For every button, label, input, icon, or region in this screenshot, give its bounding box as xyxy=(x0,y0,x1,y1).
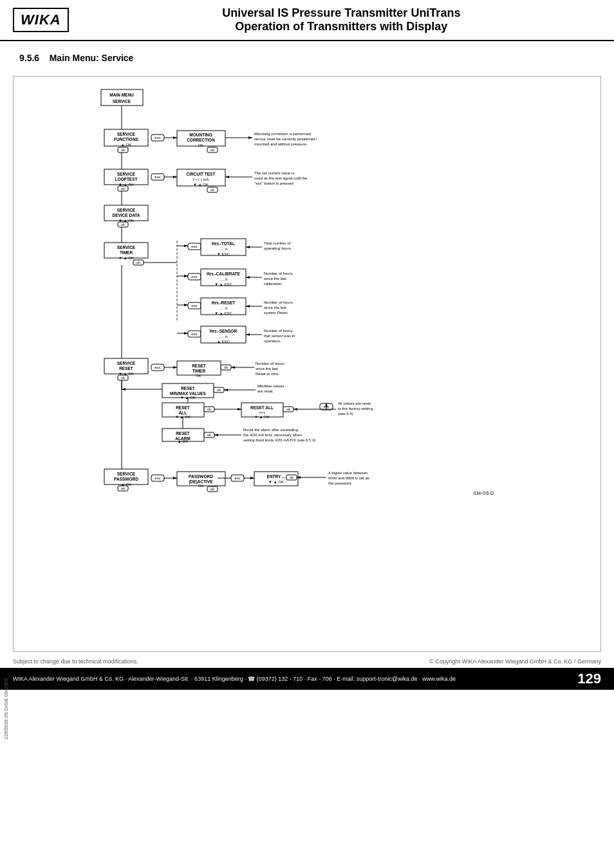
svg-text:ALL: ALL xyxy=(179,411,187,415)
wika-logo: WIKA xyxy=(13,8,69,32)
section-title: 9.5.6 Main Menu: Service xyxy=(0,41,614,69)
svg-text:Hrs.-TOTAL: Hrs.-TOTAL xyxy=(212,241,235,246)
footer-bottom-text: WIKA Alexander Wiegand GmbH & Co. KG · A… xyxy=(13,676,456,682)
svg-text:sensor must be correctly posit: sensor must be correctly positioned / xyxy=(254,137,317,141)
svg-text:▲  ESC: ▲ ESC xyxy=(217,340,230,344)
svg-text:▲  OK: ▲ OK xyxy=(121,143,131,147)
svg-text:since the last: since the last xyxy=(264,277,286,281)
svg-text:LOOPTEST: LOOPTEST xyxy=(115,177,137,181)
svg-text:Total number of: Total number of xyxy=(264,241,291,245)
page-header: WIKA Universal IS Pressure Transmitter U… xyxy=(0,0,614,41)
svg-text:SERVICE: SERVICE xyxy=(117,472,136,476)
svg-text:operation.: operation. xyxy=(264,339,281,343)
svg-text:RESET: RESET xyxy=(181,386,195,391)
svg-text:PASSWORD: PASSWORD xyxy=(189,474,213,479)
svg-text:0K: 0K xyxy=(196,374,201,378)
svg-text:The set current value is: The set current value is xyxy=(254,171,294,175)
svg-text:ok: ok xyxy=(121,223,125,226)
svg-text:......h: ......h xyxy=(219,277,227,281)
svg-text:MIN/MAX VALUES: MIN/MAX VALUES xyxy=(170,391,207,396)
svg-text:▲  OK: ▲ OK xyxy=(178,439,188,443)
svg-text:RESET: RESET xyxy=(119,366,133,371)
svg-text:Hrs.-RESET: Hrs.-RESET xyxy=(212,300,236,305)
svg-text:calibration.: calibration. xyxy=(264,282,283,286)
svg-text:SERVICE: SERVICE xyxy=(117,208,136,212)
svg-text:A digital value between: A digital value between xyxy=(328,471,367,475)
svg-text:CORRECTION: CORRECTION xyxy=(187,138,215,142)
svg-text:SERVICE: SERVICE xyxy=(117,172,136,176)
svg-text:▼ ▲  ESC: ▼ ▲ ESC xyxy=(214,311,232,315)
svg-text:mounted and without pressure.: mounted and without pressure. xyxy=(254,142,308,146)
side-text: 2265939.05 D/GB 09/2005 xyxy=(3,678,9,739)
svg-text:SERVICE: SERVICE xyxy=(113,99,131,104)
svg-text:▼ ▲  OK: ▼ ▲ OK xyxy=(268,480,284,484)
svg-text:0000 and 9999 is set as: 0000 and 9999 is set as xyxy=(328,476,369,480)
svg-text:▼ ▲  OK: ▼ ▲ OK xyxy=(193,183,209,187)
svg-text:Hrs.-SENSOR: Hrs.-SENSOR xyxy=(210,329,237,333)
svg-text:Number of hours: Number of hours xyxy=(264,272,293,275)
page-number: 129 xyxy=(577,670,601,687)
svg-text:RESET ALL: RESET ALL xyxy=(250,405,274,410)
svg-text:MAIN MENU: MAIN MENU xyxy=(109,93,134,97)
svg-text:esc: esc xyxy=(154,175,160,179)
svg-text:esc: esc xyxy=(191,332,197,336)
svg-text:ok: ok xyxy=(207,407,211,411)
svg-text:SERVICE: SERVICE xyxy=(117,132,136,136)
svg-text:ok: ok xyxy=(286,407,290,411)
svg-text:I = (    )  mA: I = ( ) mA xyxy=(193,178,209,181)
svg-text:ok: ok xyxy=(210,487,214,491)
svg-text:PASSWORD: PASSWORD xyxy=(114,477,138,481)
svg-text:ok: ok xyxy=(210,188,214,192)
svg-text:▼  ESC: ▼ ESC xyxy=(217,252,230,256)
svg-text:All values are reset: All values are reset xyxy=(338,402,371,405)
svg-text:setting fixed limits 4/20 mA F: setting fixed limits 4/20 mA FIX (see 6.… xyxy=(243,438,315,442)
svg-text:SERVICE: SERVICE xyxy=(117,361,136,365)
svg-text:MOUNTING: MOUNTING xyxy=(189,133,212,137)
svg-text:FUNCTIONS: FUNCTIONS xyxy=(114,137,139,142)
svg-text:ok: ok xyxy=(210,148,214,152)
svg-text:......h: ......h xyxy=(219,306,227,310)
svg-text:OK: OK xyxy=(198,143,204,147)
svg-text:that sensor was in: that sensor was in xyxy=(264,334,295,338)
svg-text:since the last: since the last xyxy=(256,367,278,371)
svg-text:RESET: RESET xyxy=(176,431,190,436)
svg-text:SERVICE: SERVICE xyxy=(117,245,136,250)
diagram-svg: MAIN MENU SERVICE SERVICE FUNCTIONS ▲ OK… xyxy=(20,83,594,643)
svg-text:esc: esc xyxy=(154,136,160,140)
svg-text:Number of hours: Number of hours xyxy=(264,329,293,333)
svg-text:ok: ok xyxy=(121,376,125,380)
footer-main: WIKA Alexander Wiegand GmbH & Co. KG · A… xyxy=(0,668,614,690)
svg-text:used as the test signal until : used as the test signal until the xyxy=(254,176,308,180)
svg-text:esc: esc xyxy=(154,476,160,480)
svg-text:▼ ▲  OK: ▼ ▲ OK xyxy=(118,256,134,260)
svg-text:are reset.: are reset. xyxy=(257,389,274,393)
svg-text:ok: ok xyxy=(121,148,125,152)
svg-text:(see 6.4): (see 6.4) xyxy=(338,412,353,416)
svg-text:DEVICE DATA: DEVICE DATA xyxy=(112,213,140,217)
svg-text:esc: esc xyxy=(191,245,197,248)
svg-text:"esc" button is pressed: "esc" button is pressed xyxy=(254,181,293,185)
svg-text:CIRCUIT TEST: CIRCUIT TEST xyxy=(187,172,216,176)
svg-text:to the factory setting: to the factory setting xyxy=(338,407,373,411)
svg-text:Min/Max values: Min/Max values xyxy=(257,384,284,388)
svg-text:Hrs.-CALIBRATE: Hrs.-CALIBRATE xyxy=(207,272,241,276)
svg-text:Number of hours: Number of hours xyxy=(264,300,293,304)
svg-text:▼ ▲  OK: ▼ ▲ OK xyxy=(254,415,270,419)
svg-text:ok: ok xyxy=(136,261,140,264)
diagram-container: MAIN MENU SERVICE SERVICE FUNCTIONS ▲ OK… xyxy=(13,76,601,652)
svg-text:034-OS-D: 034-OS-D xyxy=(473,491,494,495)
svg-text:esc: esc xyxy=(154,365,160,369)
svg-text:ok: ok xyxy=(207,433,211,437)
svg-text:......h: ......h xyxy=(219,247,227,251)
svg-text:ok: ok xyxy=(121,187,125,190)
svg-text:since the last: since the last xyxy=(264,306,286,309)
svg-text:the 4/20 mA limit, necessary w: the 4/20 mA limit, necessary when xyxy=(243,433,302,437)
svg-text:......h: ......h xyxy=(219,335,227,338)
header-title: Universal IS Pressure Transmitter UniTra… xyxy=(82,6,601,33)
svg-text:OK: OK xyxy=(198,484,204,488)
svg-text:operating hours.: operating hours. xyxy=(264,246,292,250)
svg-text:esc: esc xyxy=(234,476,240,480)
svg-text:the password.: the password. xyxy=(328,481,353,485)
svg-text:ok: ok xyxy=(290,476,293,479)
svg-text:TIMER: TIMER xyxy=(120,250,133,255)
